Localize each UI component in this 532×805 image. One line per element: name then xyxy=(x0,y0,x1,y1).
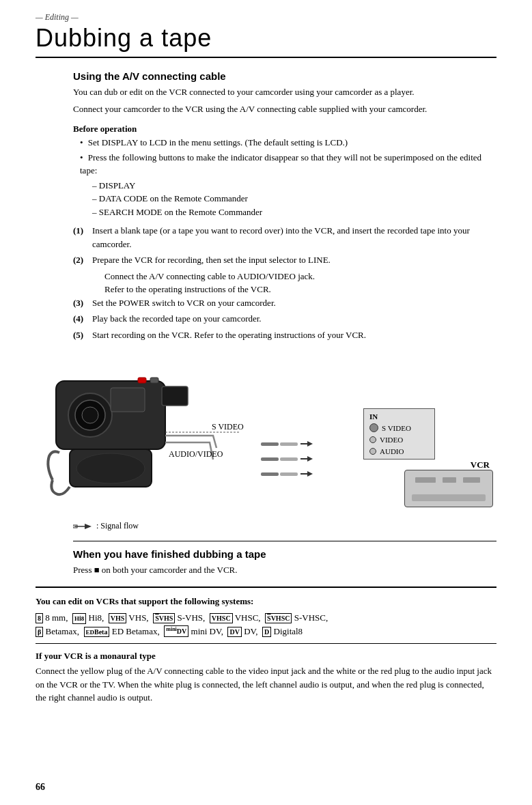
info-box-top-rule xyxy=(36,587,496,588)
section1-title: Using the A/V connecting cable xyxy=(73,70,496,82)
s-video-label: S VIDEO xyxy=(212,422,244,432)
section2-text: Press ■ on both your camcorder and the V… xyxy=(73,563,496,577)
svg-marker-14 xyxy=(307,456,313,462)
svg-marker-16 xyxy=(307,471,313,477)
format-vhsc: VHSC xyxy=(210,613,233,623)
format-svhs: SVHS xyxy=(153,613,175,623)
format-hi8: Hi8 xyxy=(72,613,86,624)
bullet-item-1: Set DISPLAY to LCD in the menu settings.… xyxy=(80,136,496,150)
sub-bullet-datacode: – DATA CODE on the Remote Commander xyxy=(92,192,496,206)
format-beta: β xyxy=(36,627,43,637)
format-vhs: VHS xyxy=(109,613,127,623)
camcorder-svg xyxy=(36,361,240,504)
step-2-num: (2) xyxy=(73,253,83,267)
vcr-audio-label: AUDIO xyxy=(380,447,404,455)
section-rule-1 xyxy=(73,541,496,541)
vcr-svideo-port-icon xyxy=(369,423,378,432)
monaural-text: Connect the yellow plug of the A/V conne… xyxy=(36,664,496,705)
step-5-text: Start recording on the VCR. Refer to the… xyxy=(92,330,366,340)
section2-title: When you have finished dubbing a tape xyxy=(73,548,496,560)
step-2: (2) Prepare the VCR for recording, then … xyxy=(73,253,496,267)
arrow-3-icon xyxy=(300,469,313,479)
format-svhsc: SVHSC xyxy=(265,613,292,623)
step-2-sub1: Connect the A/V connecting cable to AUDI… xyxy=(73,270,496,283)
format-dv: DV xyxy=(227,627,241,637)
bullet-list: Set DISPLAY to LCD in the menu settings.… xyxy=(80,136,496,218)
page: — Editing — Dubbing a tape Using the A/V… xyxy=(0,0,532,729)
step-2-sub2: Refer to the operating instructions of t… xyxy=(73,283,496,296)
format-digital8: D xyxy=(262,627,271,637)
sub-bullet-list: – DISPLAY – DATA CODE on the Remote Comm… xyxy=(92,179,496,219)
page-title: Dubbing a tape xyxy=(36,24,496,53)
before-op-title: Before operation xyxy=(73,124,496,135)
info-box-bottom-rule xyxy=(36,643,496,644)
section1-para1: You can dub or edit on the VCR connected… xyxy=(73,85,496,99)
svg-point-6 xyxy=(76,453,145,483)
step-4-text: Play back the recorded tape on your camc… xyxy=(92,313,262,324)
step-1: (1) Insert a blank tape (or a tape you w… xyxy=(73,224,496,251)
monaural-title: If your VCR is a monaural type xyxy=(36,651,496,662)
step-1-text: Insert a blank tape (or a tape you want … xyxy=(92,225,470,249)
diagram: S VIDEO AUDIO/VIDEO xyxy=(36,354,496,531)
format-ed-beta: EDBeta xyxy=(84,627,110,638)
sub-bullet-search: – SEARCH MODE on the Remote Commander xyxy=(92,206,496,219)
info-box-formats: 8 8 mm, Hi8 Hi8, VHS VHS, SVHS S-VHS, VH… xyxy=(36,611,496,638)
step-5-num: (5) xyxy=(73,328,83,342)
vcr-video-port-icon xyxy=(369,436,376,443)
vcr-audio-port-icon xyxy=(369,448,376,455)
arrow-2-icon xyxy=(300,454,313,464)
bullet-item-2: Press the following buttons to make the … xyxy=(80,151,496,178)
vcr-svideo-label: S VIDEO xyxy=(382,424,411,432)
vcr-video-label: VIDEO xyxy=(380,436,403,444)
svg-rect-4 xyxy=(162,386,188,406)
format-8mm: 8 xyxy=(36,613,43,623)
svg-marker-18 xyxy=(85,524,92,529)
camcorder-image xyxy=(36,361,240,507)
vcr-label: VCR xyxy=(471,460,490,470)
breadcrumb: — Editing — xyxy=(36,12,496,23)
step-1-num: (1) xyxy=(73,224,83,238)
step-3: (3) Set the POWER switch to VCR on your … xyxy=(73,296,496,310)
svg-point-3 xyxy=(82,407,98,423)
svg-rect-8 xyxy=(150,378,158,383)
audio-video-label: AUDIO/VIDEO xyxy=(169,449,223,460)
step-3-text: Set the POWER switch to VCR on your camc… xyxy=(92,298,276,308)
signal-flow-icon xyxy=(73,522,92,531)
svg-rect-7 xyxy=(138,378,146,383)
svg-rect-9 xyxy=(111,388,145,412)
vcr-video-row: VIDEO xyxy=(369,436,429,444)
step-2-text: Prepare the VCR for recording, then set … xyxy=(92,255,331,265)
connectors xyxy=(261,439,313,479)
vcr-svideo-row: S VIDEO xyxy=(369,423,429,432)
title-rule xyxy=(36,57,496,58)
step-3-num: (3) xyxy=(73,296,83,310)
arrow-1-icon xyxy=(300,439,313,449)
format-mini-dv: miniDV xyxy=(164,625,188,636)
signal-flow-container: : Signal flow xyxy=(73,521,139,531)
vcr-in-panel: IN S VIDEO VIDEO AUDIO xyxy=(363,408,435,460)
page-number: 66 xyxy=(36,782,45,793)
step-5: (5) Start recording on the VCR. Refer to… xyxy=(73,328,496,342)
step-4-num: (4) xyxy=(73,312,83,326)
vcr-audio-row: AUDIO xyxy=(369,447,429,455)
signal-flow-label: : Signal flow xyxy=(96,521,139,531)
vcr-device xyxy=(404,470,493,507)
info-box-title: You can edit on VCRs that support the fo… xyxy=(36,595,496,608)
steps: (1) Insert a blank tape (or a tape you w… xyxy=(73,224,496,341)
sub-bullet-display: – DISPLAY xyxy=(92,179,496,193)
vcr-in-label: IN xyxy=(369,412,429,421)
section1-para2: Connect your camcorder to the VCR using … xyxy=(73,102,496,116)
svg-marker-12 xyxy=(307,441,313,447)
step-4: (4) Play back the recorded tape on your … xyxy=(73,312,496,326)
